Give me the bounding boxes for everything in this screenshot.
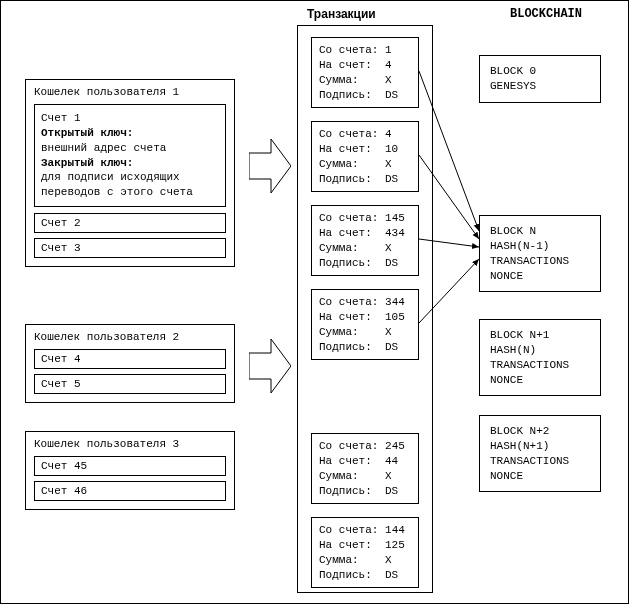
open-key-label: Открытый ключ:	[41, 127, 133, 139]
transaction-box: Со счета: 144 На счет: 125 Сумма: X Подп…	[311, 517, 419, 588]
wallet-title: Кошелек пользователя 1	[34, 86, 226, 98]
wallet-title: Кошелек пользователя 2	[34, 331, 226, 343]
closed-key-label: Закрытый ключ:	[41, 157, 133, 169]
wallet-2: Кошелек пользователя 2 Счет 4 Счет 5	[25, 324, 235, 403]
transaction-box: Со счета: 145 На счет: 434 Сумма: X Подп…	[311, 205, 419, 276]
wallet-title: Кошелек пользователя 3	[34, 438, 226, 450]
svg-marker-0	[249, 139, 291, 193]
block-n2: BLOCK N+2 HASH(N+1) TRANSACTIONS NONCE	[479, 415, 601, 492]
arrow-icon	[249, 339, 291, 393]
account-row: Счет 3	[34, 238, 226, 258]
wallet-1: Кошелек пользователя 1 Счет 1 Открытый к…	[25, 79, 235, 267]
account-row: Счет 5	[34, 374, 226, 394]
block-n1: BLOCK N+1 HASH(N) TRANSACTIONS NONCE	[479, 319, 601, 396]
account-row: Счет 2	[34, 213, 226, 233]
block-n: BLOCK N HASH(N-1) TRANSACTIONS NONCE	[479, 215, 601, 292]
transaction-box: Со счета: 344 На счет: 105 Сумма: X Подп…	[311, 289, 419, 360]
blockchain-header: BLOCKCHAIN	[510, 7, 582, 21]
account-1-detail: Счет 1 Открытый ключ: внешний адрес счет…	[34, 104, 226, 207]
arrow-icon	[249, 139, 291, 193]
account-row: Счет 45	[34, 456, 226, 476]
transaction-box: Со счета: 4 На счет: 10 Сумма: X Подпись…	[311, 121, 419, 192]
svg-marker-1	[249, 339, 291, 393]
transactions-header: Транзакции	[307, 7, 376, 21]
open-key-desc: внешний адрес счета	[41, 141, 219, 156]
account-row: Счет 46	[34, 481, 226, 501]
transaction-box: Со счета: 245 На счет: 44 Сумма: X Подпи…	[311, 433, 419, 504]
account-row: Счет 4	[34, 349, 226, 369]
block-0: BLOCK 0 GENESYS	[479, 55, 601, 103]
closed-key-desc: для подписи исходящих переводов с этого …	[41, 170, 219, 200]
transaction-box: Со счета: 1 На счет: 4 Сумма: X Подпись:…	[311, 37, 419, 108]
wallet-3: Кошелек пользователя 3 Счет 45 Счет 46	[25, 431, 235, 510]
diagram-canvas: Транзакции BLOCKCHAIN Кошелек пользовате…	[0, 0, 629, 604]
account-label: Счет 1	[41, 111, 219, 126]
